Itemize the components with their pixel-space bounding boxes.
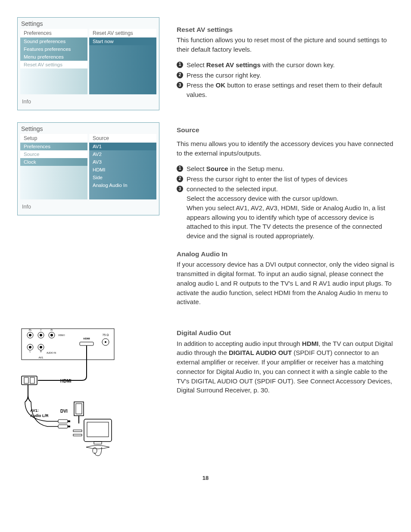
menu-item-selected[interactable]: Source [20,150,87,158]
svg-point-15 [105,341,106,343]
step-text: Select Reset AV settings with the cursor… [187,60,399,70]
step-text: Press the OK button to erase settings an… [187,81,399,100]
step-list: 1 Select Source in the Setup menu. 2 Pre… [177,164,399,241]
settings-panel-reset: Settings Preferences Sound preferences F… [17,17,159,110]
svg-rect-0 [22,329,114,360]
svg-rect-27 [30,377,34,383]
svg-rect-39 [94,442,102,444]
menu-item[interactable]: HDMI [89,166,156,174]
svg-point-17 [29,346,31,348]
svg-text:Y: Y [40,329,42,331]
menu-header: Reset AV settings [89,29,156,37]
menu-item[interactable]: Preferences [20,143,87,150]
svg-rect-34 [68,426,70,427]
step-number-icon: 3 [177,82,183,88]
settings-panel-source: Settings Setup Preferences Source Clock … [17,122,159,215]
content-column: Reset AV settings This function allows y… [177,17,399,462]
menu-right-col: Source AV1 AV2 AV3 HDMI Side Analog Audi… [89,134,156,199]
menu-left-col: Preferences Sound preferences Features p… [20,29,87,94]
heading-source: Source [177,125,399,135]
svg-point-19 [40,346,42,348]
svg-point-2 [29,334,31,336]
step-number-icon: 2 [177,72,183,78]
svg-rect-38 [87,422,109,437]
menu-item[interactable]: Clock [20,158,87,166]
panel-footer: Info [20,199,156,210]
svg-text:VIDEO: VIDEO [58,334,65,336]
svg-text:DVI: DVI [60,409,68,414]
svg-text:HDMI: HDMI [83,337,90,340]
svg-rect-40 [73,430,82,432]
panel-title: Settings [20,19,156,29]
connection-diagram: Pb Y Pr VIDEO HDMI 75 Ω L R AUDIO IN AV1 [17,327,159,462]
menu-item[interactable]: Menu preferences [20,53,87,61]
svg-rect-33 [68,420,70,422]
svg-text:AV1: AV1 [39,356,44,359]
step-text: Press the cursor right to enter the list… [187,174,399,184]
menu-right-col: Reset AV settings Start now [89,29,156,94]
panel-footer: Info [20,94,156,105]
svg-rect-37 [84,419,112,442]
menu-item-start-now[interactable]: Start now [89,37,156,45]
svg-rect-11 [80,342,93,345]
paragraph: This function allows you to reset most o… [177,35,399,54]
svg-text:AUDIO IN: AUDIO IN [47,352,56,354]
step-number-icon: 1 [177,165,183,172]
menu-left-col: Setup Preferences Source Clock [20,134,87,199]
menu-header: Setup [20,134,87,143]
step-number-icon: 2 [177,176,183,182]
menu-item[interactable]: Sound preferences [20,37,87,45]
step-text: Select Source in the Setup menu. [187,164,399,174]
step-text: connected to the selected input. Select … [187,184,399,241]
svg-text:75 Ω: 75 Ω [103,333,109,336]
menu-header: Source [89,134,156,143]
svg-rect-30 [76,404,82,414]
menu-item[interactable]: AV1 [89,143,156,150]
menu-item[interactable]: Analog Audio In [89,181,156,189]
heading-analog-audio: Analog Audio In [177,249,399,259]
menu-item[interactable]: Side [89,174,156,181]
svg-rect-32 [58,425,68,428]
svg-rect-26 [24,377,28,383]
svg-rect-41 [73,434,82,436]
svg-text:HDMI: HDMI [60,379,72,383]
svg-text:Pb: Pb [29,329,31,331]
paragraph: If your accessory device has a DVI outpu… [177,260,399,307]
panel-title: Settings [20,124,156,134]
paragraph: This menu allows you to identify the acc… [177,139,399,158]
menu-item[interactable]: AV2 [89,150,156,158]
heading-digital-audio: Digital Audio Out [177,328,399,338]
svg-text:Pr: Pr [51,329,53,331]
heading-reset-av: Reset AV settings [177,25,399,34]
svg-text:L: L [30,350,31,353]
menu-item[interactable]: Features preferences [20,45,87,53]
page-number: 18 [0,470,411,494]
paragraph: In addition to accepting audio input thr… [177,339,399,395]
menu-item[interactable]: AV3 [89,158,156,166]
svg-rect-25 [22,376,37,385]
menu-header: Preferences [20,29,87,37]
svg-point-4 [40,334,42,336]
svg-rect-29 [74,402,84,416]
svg-text:R: R [40,350,42,353]
svg-point-6 [50,334,53,336]
step-list: 1 Select Reset AV settings with the curs… [177,60,399,100]
svg-text:AV1:: AV1: [30,408,39,413]
svg-text:Audio L/R: Audio L/R [30,414,49,418]
svg-rect-31 [58,420,68,423]
menu-item-selected[interactable]: Reset AV settings [20,61,87,68]
step-text: Press the cursor right key. [187,71,399,80]
step-number-icon: 1 [177,62,183,68]
step-number-icon: 3 [177,186,183,192]
